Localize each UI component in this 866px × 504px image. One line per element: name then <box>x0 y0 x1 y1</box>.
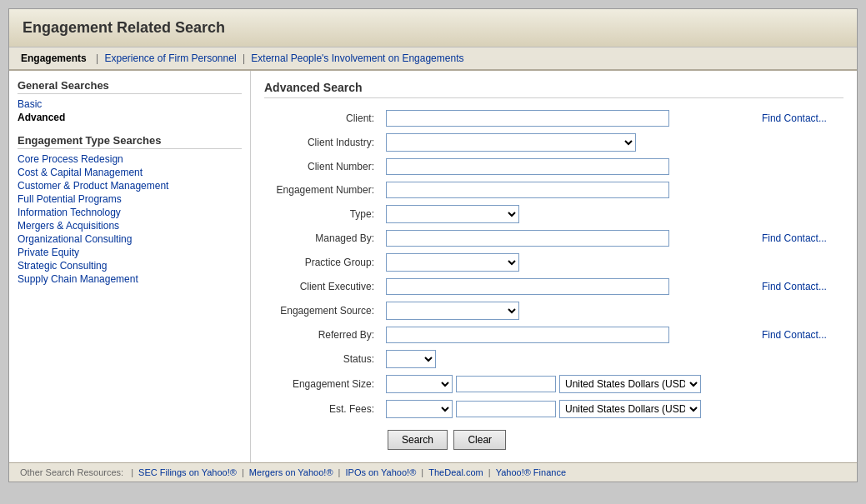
practice-group-select[interactable] <box>386 253 519 272</box>
managed-by-label: Managed By: <box>264 227 381 250</box>
footer-separator-4: | <box>488 467 493 477</box>
practice-group-spacer <box>757 250 843 275</box>
est-fees-op-select[interactable] <box>386 400 453 418</box>
sidebar-item-information-tech[interactable]: Information Technology <box>18 206 242 219</box>
engagement-number-input[interactable] <box>386 182 669 198</box>
footer-separator-1: | <box>242 467 247 477</box>
referred-by-input-cell <box>381 323 757 347</box>
type-input-cell <box>381 202 757 227</box>
sidebar-item-advanced: Advanced <box>18 111 242 124</box>
sidebar-item-org-consulting[interactable]: Organizational Consulting <box>18 232 242 246</box>
managed-by-find-contact-link[interactable]: Find Contact... <box>762 232 827 244</box>
footer-link-thedeal[interactable]: TheDeal.com <box>428 467 483 477</box>
est-fees-value-input[interactable] <box>456 401 556 417</box>
type-select[interactable] <box>386 205 519 223</box>
nav-separator-1: | <box>96 52 101 64</box>
row-client-executive: Client Executive: Find Contact... <box>264 275 843 298</box>
engagement-source-select[interactable] <box>386 302 519 320</box>
engagement-source-spacer <box>757 298 843 323</box>
est-fees-input-cell: United States Dollars (USD) <box>381 397 757 422</box>
engagement-number-input-cell <box>381 178 757 202</box>
nav-tabs: Engagements | Experience of Firm Personn… <box>9 47 857 71</box>
sidebar-item-customer-product[interactable]: Customer & Product Management <box>18 179 242 192</box>
referred-by-input[interactable] <box>386 327 669 343</box>
est-fees-spacer <box>757 397 843 422</box>
sidebar-item-core-process[interactable]: Core Process Redesign <box>18 152 242 166</box>
search-button[interactable]: Search <box>388 430 448 450</box>
client-executive-input[interactable] <box>386 278 669 295</box>
engagement-size-value-input[interactable] <box>456 376 556 392</box>
sidebar: General Searches Basic Advanced Engageme… <box>9 71 251 462</box>
status-select[interactable] <box>386 350 436 368</box>
tab-engagements[interactable]: Engagements <box>21 52 87 64</box>
sidebar-item-full-potential[interactable]: Full Potential Programs <box>18 192 242 206</box>
main-content: Advanced Search Client: Find Contact... <box>251 71 857 462</box>
general-searches-group: General Searches Basic Advanced <box>18 79 242 124</box>
footer-link-ipos[interactable]: IPOs on Yahoo!® <box>346 467 417 477</box>
sidebar-item-basic[interactable]: Basic <box>18 97 242 111</box>
page-title: Engagement Related Search <box>23 19 225 36</box>
status-label: Status: <box>264 347 381 372</box>
est-fees-currency-select[interactable]: United States Dollars (USD) <box>559 400 701 418</box>
sidebar-item-strategic[interactable]: Strategic Consulting <box>18 259 242 272</box>
advanced-search-title: Advanced Search <box>264 81 843 98</box>
type-spacer <box>757 202 843 227</box>
referred-by-find-contact-cell: Find Contact... <box>757 323 843 347</box>
row-client-industry: Client Industry: <box>264 130 843 155</box>
sidebar-item-cost-capital[interactable]: Cost & Capital Management <box>18 166 242 179</box>
page-title-bar: Engagement Related Search <box>9 9 857 47</box>
engagement-size-label: Engagement Size: <box>264 372 381 397</box>
managed-by-input-cell <box>381 227 757 250</box>
form-table: Client: Find Contact... Client Industry: <box>264 107 843 422</box>
client-executive-label: Client Executive: <box>264 275 381 298</box>
client-executive-input-cell <box>381 275 757 298</box>
engagement-number-spacer <box>757 178 843 202</box>
client-find-contact-link[interactable]: Find Contact... <box>762 112 827 124</box>
managed-by-input[interactable] <box>386 230 669 247</box>
engagement-size-currency-select[interactable]: United States Dollars (USD) <box>559 375 701 393</box>
row-status: Status: <box>264 347 843 372</box>
client-industry-label: Client Industry: <box>264 130 381 155</box>
content-area: General Searches Basic Advanced Engageme… <box>9 71 857 462</box>
client-label: Client: <box>264 107 381 130</box>
outer-wrapper: Engagement Related Search Engagements | … <box>0 0 866 504</box>
engagement-source-label: Engagement Source: <box>264 298 381 323</box>
engagement-size-spacer <box>757 372 843 397</box>
nav-separator-2: | <box>243 52 248 64</box>
status-spacer <box>757 347 843 372</box>
sidebar-item-private-equity[interactable]: Private Equity <box>18 246 242 259</box>
footer-link-yahoo-finance[interactable]: Yahoo!® Finance <box>496 467 566 477</box>
footer-link-sec[interactable]: SEC Filings on Yahoo!® <box>138 467 237 477</box>
referred-by-find-contact-link[interactable]: Find Contact... <box>762 329 827 341</box>
main-container: Engagement Related Search Engagements | … <box>8 8 858 482</box>
tab-external[interactable]: External People's Involvement on Engagem… <box>251 52 463 64</box>
client-industry-input-cell <box>381 130 757 155</box>
clear-button[interactable]: Clear <box>453 430 506 450</box>
client-executive-find-contact-cell: Find Contact... <box>757 275 843 298</box>
status-input-cell <box>381 347 757 372</box>
client-industry-select[interactable] <box>386 133 636 152</box>
sidebar-item-supply-chain[interactable]: Supply Chain Management <box>18 272 242 286</box>
client-number-input-cell <box>381 155 757 178</box>
footer-separator-0: | <box>131 467 136 477</box>
client-number-input[interactable] <box>386 158 669 175</box>
row-managed-by: Managed By: Find Contact... <box>264 227 843 250</box>
row-engagement-size: Engagement Size: United States Dollars (… <box>264 372 843 397</box>
footer-link-mergers[interactable]: Mergers on Yahoo!® <box>249 467 333 477</box>
engagement-size-input-cell: United States Dollars (USD) <box>381 372 757 397</box>
client-input[interactable] <box>386 110 669 127</box>
est-fees-group: United States Dollars (USD) <box>386 400 752 418</box>
client-executive-find-contact-link[interactable]: Find Contact... <box>762 281 827 292</box>
tab-experience[interactable]: Experience of Firm Personnel <box>104 52 236 64</box>
row-referred-by: Referred By: Find Contact... <box>264 323 843 347</box>
sidebar-item-mergers[interactable]: Mergers & Acquisitions <box>18 219 242 232</box>
row-est-fees: Est. Fees: United States Dollars (USD) <box>264 397 843 422</box>
row-engagement-number: Engagement Number: <box>264 178 843 202</box>
client-find-contact-cell: Find Contact... <box>757 107 843 130</box>
row-practice-group: Practice Group: <box>264 250 843 275</box>
engagement-size-op-select[interactable] <box>386 375 453 393</box>
row-engagement-source: Engagement Source: <box>264 298 843 323</box>
row-client: Client: Find Contact... <box>264 107 843 130</box>
practice-group-input-cell <box>381 250 757 275</box>
referred-by-label: Referred By: <box>264 323 381 347</box>
